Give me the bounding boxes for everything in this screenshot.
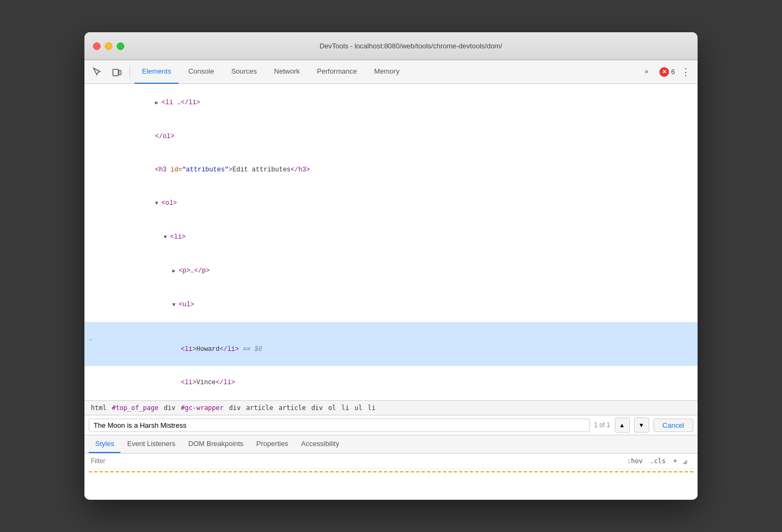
dom-line[interactable]: ▶ <p>…</p>: [84, 254, 698, 288]
breadcrumb-article1[interactable]: article: [244, 403, 275, 413]
breadcrumb-top-of-page[interactable]: #top_of_page: [110, 403, 161, 413]
breadcrumb-html[interactable]: html: [89, 403, 109, 413]
breadcrumb-div2[interactable]: div: [227, 403, 243, 413]
search-bar: 1 of 1 ▲ ▼ Cancel: [84, 415, 698, 435]
tab-sources[interactable]: Sources: [224, 60, 265, 84]
filter-row: :hov .cls + ◢: [84, 454, 698, 469]
tab-console[interactable]: Console: [181, 60, 222, 84]
search-next-button[interactable]: ▼: [634, 418, 649, 433]
dom-line[interactable]: <h3 id="attributes">Edit attributes</h3>: [84, 153, 698, 186]
dots-icon: …: [89, 333, 93, 344]
triangle-icon: ▶: [172, 268, 179, 274]
toolbar-right: » ✕ 6 ⋮: [637, 60, 693, 84]
toolbar: Elements Console Sources Network Perform…: [84, 60, 698, 84]
error-icon: ✕: [659, 67, 669, 77]
breadcrumb-gc-wrapper[interactable]: #gc-wrapper: [179, 403, 225, 413]
dom-line-selected[interactable]: … <li>Howard</li> == $0: [84, 322, 698, 366]
tab-event-listeners[interactable]: Event Listeners: [120, 435, 182, 453]
maximize-button[interactable]: [117, 42, 124, 50]
close-button[interactable]: [93, 42, 101, 50]
dom-line[interactable]: ▶ <li …</li>: [84, 86, 698, 120]
svg-rect-1: [119, 70, 121, 75]
dom-line[interactable]: ▼ <ul>: [84, 288, 698, 322]
filter-buttons: :hov .cls + ◢: [625, 457, 691, 465]
inspector-icon[interactable]: [89, 63, 106, 81]
separator: [130, 66, 130, 78]
error-count: 6: [671, 68, 675, 76]
cls-button[interactable]: .cls: [648, 457, 668, 465]
dom-line[interactable]: ▼ <li>: [84, 220, 698, 254]
dom-line[interactable]: </ol>: [84, 120, 698, 153]
tab-properties[interactable]: Properties: [250, 435, 295, 453]
tab-network[interactable]: Network: [267, 60, 308, 84]
tab-styles[interactable]: Styles: [89, 435, 120, 453]
window-title: DevTools - localhost:8080/web/tools/chro…: [133, 42, 689, 50]
search-prev-button[interactable]: ▲: [615, 418, 630, 433]
breadcrumb-li1[interactable]: li: [339, 403, 351, 413]
breadcrumb-ul[interactable]: ul: [352, 403, 364, 413]
breadcrumb: html #top_of_page div #gc-wrapper div ar…: [84, 401, 698, 415]
dashed-outline: [89, 471, 693, 472]
breadcrumb-ol[interactable]: ol: [326, 403, 338, 413]
devtools-window: DevTools - localhost:8080/web/tools/chro…: [84, 32, 698, 500]
more-tabs-button[interactable]: »: [637, 60, 656, 84]
minimize-button[interactable]: [105, 42, 112, 50]
hov-button[interactable]: :hov: [625, 457, 645, 465]
triangle-icon: ▼: [163, 234, 170, 240]
tab-dom-breakpoints[interactable]: DOM Breakpoints: [182, 435, 250, 453]
svg-rect-0: [113, 69, 118, 76]
triangle-icon: ▶: [155, 100, 161, 106]
tab-elements[interactable]: Elements: [134, 60, 179, 84]
tab-memory[interactable]: Memory: [367, 60, 407, 84]
breadcrumb-div3[interactable]: div: [309, 403, 325, 413]
add-style-button[interactable]: +: [671, 457, 679, 465]
settings-icon[interactable]: ⋮: [678, 64, 693, 80]
device-icon[interactable]: [108, 63, 125, 81]
filter-input[interactable]: [91, 457, 621, 465]
cancel-button[interactable]: Cancel: [653, 419, 693, 432]
styles-panel: Styles Event Listeners DOM Breakpoints P…: [84, 435, 698, 500]
breadcrumb-div1[interactable]: div: [162, 403, 178, 413]
triangle-icon: ▼: [172, 302, 179, 308]
traffic-lights: [93, 42, 124, 50]
tab-accessibility[interactable]: Accessibility: [295, 435, 346, 453]
breadcrumb-li2[interactable]: li: [366, 403, 378, 413]
search-result-count: 1 of 1: [594, 421, 610, 429]
search-input[interactable]: [89, 419, 590, 432]
resize-handle[interactable]: ◢: [683, 457, 691, 465]
styles-tabs: Styles Event Listeners DOM Breakpoints P…: [84, 435, 698, 454]
tab-performance[interactable]: Performance: [309, 60, 364, 84]
breadcrumb-article2[interactable]: article: [276, 403, 308, 413]
dom-line[interactable]: <li>Vince</li>: [84, 366, 698, 399]
triangle-icon: ▼: [155, 200, 161, 206]
dom-line[interactable]: ▼ <ol>: [84, 186, 698, 220]
dom-panel[interactable]: ▶ <li …</li> </ol> <h3 id="attributes">E…: [84, 84, 698, 401]
titlebar: DevTools - localhost:8080/web/tools/chro…: [84, 32, 698, 60]
